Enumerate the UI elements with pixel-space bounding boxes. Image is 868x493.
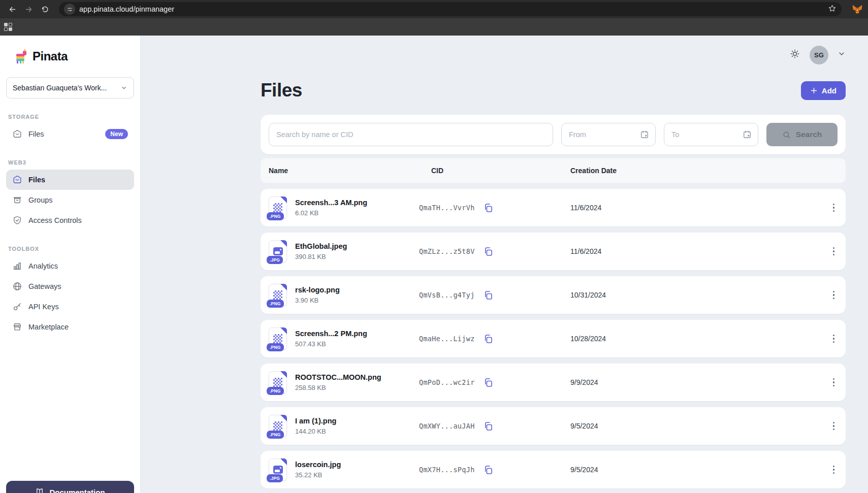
- url-text[interactable]: app.pinata.cloud/pinmanager: [79, 5, 824, 13]
- brand-name: Pinata: [33, 49, 68, 63]
- calendar-icon[interactable]: [639, 129, 650, 140]
- file-size: 258.58 KB: [295, 384, 381, 391]
- row-menu-kebab-button[interactable]: [830, 419, 838, 434]
- file-name: I am (1).png: [295, 417, 336, 425]
- file-name-stack: losercoin.jpg35.22 KB: [295, 461, 341, 479]
- main-content: SG Files Add: [141, 36, 868, 493]
- row-menu-kebab-button[interactable]: [830, 375, 838, 390]
- browser-forward-button[interactable]: [21, 2, 36, 16]
- sidebar-item-gateways[interactable]: Gateways: [6, 276, 134, 297]
- copy-icon: [483, 421, 494, 432]
- copy-cid-button[interactable]: [482, 289, 495, 302]
- file-fold-corner: [280, 284, 287, 290]
- file-cid: QmPoD...wc2ir: [419, 378, 475, 386]
- file-name-stack: rsk-logo.png3.90 KB: [295, 286, 340, 304]
- key-icon: [12, 302, 22, 312]
- documentation-label: Documentation: [49, 488, 105, 493]
- file-name: EthGlobal.jpeg: [295, 242, 347, 250]
- row-menu-kebab-button[interactable]: [830, 201, 838, 215]
- copy-cid-button[interactable]: [482, 464, 495, 476]
- png-glyph: [273, 203, 282, 212]
- file-name: rsk-logo.png: [295, 286, 340, 294]
- nav-section-label-storage: STORAGE: [8, 114, 134, 120]
- calendar-icon[interactable]: [742, 129, 752, 140]
- file-cid-cell: QmVsB...g4Tyj: [419, 289, 550, 302]
- brand: Pinata: [14, 49, 134, 64]
- sidebar-item-analytics[interactable]: Analytics: [6, 256, 134, 276]
- row-menu-kebab-button[interactable]: [830, 244, 838, 259]
- sidebar-item-groups[interactable]: Groups: [6, 190, 134, 210]
- file-name-cell: .PNGI am (1).png144.20 KB: [269, 415, 419, 437]
- table-row[interactable]: .PNGI am (1).png144.20 KBQmXWY...auJAH9/…: [261, 407, 846, 445]
- sidebar-item-files[interactable]: Files: [6, 170, 134, 190]
- file-creation-date: 10/28/2024: [550, 335, 813, 343]
- file-creation-date: 11/6/2024: [550, 247, 813, 255]
- file-name-stack: Screensh...3 AM.png6.02 KB: [295, 199, 367, 217]
- file-type-icon-jpg: .JPG: [269, 458, 287, 481]
- table-row[interactable]: .JPGEthGlobal.jpeg390.81 KBQmZLz...z5t8V…: [261, 233, 846, 270]
- file-fold-corner: [280, 240, 287, 247]
- file-extension-badge: .PNG: [267, 431, 284, 439]
- file-fold-corner: [280, 415, 287, 421]
- copy-cid-button[interactable]: [482, 202, 495, 214]
- table-row[interactable]: .PNGrsk-logo.png3.90 KBQmVsB...g4Tyj10/3…: [261, 276, 846, 314]
- files-icon: [12, 175, 22, 185]
- theme-toggle-sun-icon[interactable]: [789, 48, 800, 61]
- column-name: Name: [269, 167, 419, 175]
- avatar[interactable]: SG: [810, 46, 828, 64]
- file-type-icon-jpg: .JPG: [269, 240, 287, 262]
- file-cid-cell: QmX7H...sPqJh: [419, 464, 550, 476]
- file-creation-date: 9/9/2024: [550, 378, 813, 386]
- address-bar[interactable]: app.pinata.cloud/pinmanager: [59, 2, 842, 16]
- table-row[interactable]: .PNGScreensh...2 PM.png507.43 KBQmaHe...…: [261, 320, 846, 357]
- browser-reload-button[interactable]: [38, 2, 52, 16]
- search-input[interactable]: [269, 123, 553, 146]
- row-menu-kebab-button[interactable]: [830, 463, 838, 477]
- search-button[interactable]: Search: [766, 123, 838, 146]
- bookmark-star-icon[interactable]: [828, 4, 837, 15]
- nav-section-label-toolbox: TOOLBOX: [8, 246, 134, 252]
- documentation-button[interactable]: Documentation: [6, 481, 134, 493]
- sidebar-item-marketplace[interactable]: Marketplace: [6, 317, 134, 337]
- file-type-icon-png: .PNG: [269, 415, 287, 437]
- table-row[interactable]: .PNGScreensh...3 AM.png6.02 KBQmaTH...Vv…: [261, 189, 846, 226]
- browser-back-button[interactable]: [5, 2, 19, 16]
- sidebar-item-files[interactable]: FilesNew: [6, 124, 134, 144]
- table-row[interactable]: .PNGROOTSTOC...MOON.png258.58 KBQmPoD...…: [261, 364, 846, 401]
- account-chevron-down-icon[interactable]: [838, 50, 846, 60]
- file-size: 35.22 KB: [295, 471, 341, 479]
- file-size: 390.81 KB: [295, 253, 347, 260]
- date-to-field: [664, 123, 758, 146]
- row-menu-kebab-button[interactable]: [830, 332, 838, 346]
- file-type-icon-png: .PNG: [269, 371, 287, 393]
- file-extension-badge: .PNG: [267, 300, 284, 308]
- table-header: Name CID Creation Date: [261, 158, 846, 183]
- file-name: Screensh...3 AM.png: [295, 199, 367, 207]
- sidebar-item-label: Marketplace: [28, 323, 128, 331]
- apps-grid-icon[interactable]: [4, 23, 12, 31]
- copy-cid-button[interactable]: [482, 376, 495, 389]
- file-extension-badge: .JPG: [267, 256, 283, 264]
- add-button[interactable]: Add: [801, 81, 846, 100]
- file-size: 3.90 KB: [295, 297, 340, 304]
- file-extension-badge: .JPG: [267, 474, 283, 482]
- copy-icon: [483, 290, 494, 301]
- sidebar-item-access-controls[interactable]: Access Controls: [6, 210, 134, 231]
- sidebar-item-api-keys[interactable]: API Keys: [6, 297, 134, 317]
- sidebar-item-label: Files: [28, 130, 99, 138]
- search-icon: [782, 130, 791, 139]
- metamask-extension-icon[interactable]: [852, 4, 863, 15]
- row-menu-kebab-button[interactable]: [830, 288, 838, 303]
- browser-chrome: app.pinata.cloud/pinmanager: [0, 0, 868, 18]
- file-cid-cell: QmXWY...auJAH: [419, 420, 550, 433]
- file-name-stack: ROOTSTOC...MOON.png258.58 KB: [295, 373, 381, 391]
- file-cid: QmaTH...VvrVh: [419, 204, 475, 212]
- workspace-dropdown[interactable]: Sebastian Guaqueta's Work...: [6, 77, 134, 98]
- copy-cid-button[interactable]: [482, 333, 495, 345]
- copy-cid-button[interactable]: [482, 245, 495, 258]
- copy-cid-button[interactable]: [482, 420, 495, 433]
- file-cid: QmVsB...g4Tyj: [419, 291, 475, 299]
- table-row[interactable]: .JPGlosercoin.jpg35.22 KBQmX7H...sPqJh9/…: [261, 451, 846, 488]
- file-cid-cell: QmaTH...VvrVh: [419, 202, 550, 214]
- site-settings-icon[interactable]: [64, 4, 75, 15]
